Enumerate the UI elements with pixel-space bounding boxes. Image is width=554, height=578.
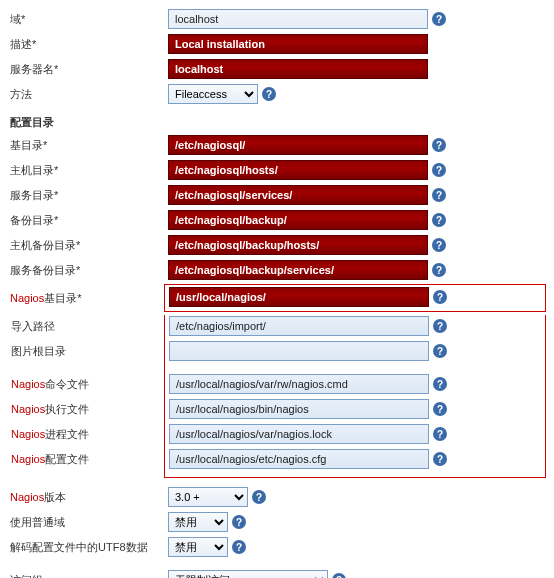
import-path-label: 导入路径 [9,319,169,334]
service-backup-dir-value: /etc/nagiosql/backup/services/ [168,260,428,280]
nagios-cfg-value[interactable]: /usr/local/nagios/etc/nagios.cfg [169,449,429,469]
method-select[interactable]: Fileaccess [168,84,258,104]
utf8-decode-label: 解码配置文件中的UTF8数据 [8,540,168,555]
nagios-version-label: Nagios版本 [8,490,168,505]
host-dir-value: /etc/nagiosql/hosts/ [168,160,428,180]
utf8-decode-select[interactable]: 禁用 [168,537,228,557]
picture-root-value[interactable] [169,341,429,361]
host-dir-label: 主机目录* [8,163,168,178]
nagios-version-select[interactable]: 3.0 + [168,487,248,507]
config-dir-heading: 配置目录 [10,115,546,130]
help-icon[interactable]: ? [432,138,446,152]
help-icon[interactable]: ? [433,427,447,441]
help-icon[interactable]: ? [432,163,446,177]
host-backup-dir-value: /etc/nagiosql/backup/hosts/ [168,235,428,255]
help-icon[interactable]: ? [432,213,446,227]
picture-root-label: 图片根目录 [9,344,169,359]
help-icon[interactable]: ? [433,319,447,333]
help-icon[interactable]: ? [432,188,446,202]
nagios-exec-value[interactable]: /usr/local/nagios/bin/nagios [169,399,429,419]
service-dir-value: /etc/nagiosql/services/ [168,185,428,205]
domain-label: 域* [8,12,168,27]
base-dir-label: 基目录* [8,138,168,153]
host-backup-dir-label: 主机备份目录* [8,238,168,253]
service-backup-dir-label: 服务备份目录* [8,263,168,278]
help-icon[interactable]: ? [232,515,246,529]
base-dir-value: /etc/nagiosql/ [168,135,428,155]
nagios-proc-label: Nagios进程文件 [9,427,169,442]
nagios-cfg-label: Nagios配置文件 [9,452,169,467]
help-icon[interactable]: ? [232,540,246,554]
help-icon[interactable]: ? [433,344,447,358]
nagios-proc-value[interactable]: /usr/local/nagios/var/nagios.lock [169,424,429,444]
help-icon[interactable]: ? [432,263,446,277]
help-icon[interactable]: ? [252,490,266,504]
help-icon[interactable]: ? [433,290,447,304]
desc-value: Local installation [168,34,428,54]
domain-input[interactable] [168,9,428,29]
common-domain-select[interactable]: 禁用 [168,512,228,532]
help-icon[interactable]: ? [433,402,447,416]
desc-label: 描述* [8,37,168,52]
common-domain-label: 使用普通域 [8,515,168,530]
nagios-exec-label: Nagios执行文件 [9,402,169,417]
import-path-value[interactable]: /etc/nagios/import/ [169,316,429,336]
help-icon[interactable]: ? [262,87,276,101]
server-value: localhost [168,59,428,79]
help-icon[interactable]: ? [332,573,346,578]
help-icon[interactable]: ? [433,377,447,391]
help-icon[interactable]: ? [433,452,447,466]
method-label: 方法 [8,87,168,102]
server-label: 服务器名* [8,62,168,77]
help-icon[interactable]: ? [432,12,446,26]
service-dir-label: 服务目录* [8,188,168,203]
nagios-cmd-label: Nagios命令文件 [9,377,169,392]
access-group-label: 访问组 [8,573,168,579]
nagios-base-dir-value: /usr/local/nagios/ [169,287,429,307]
backup-dir-label: 备份目录* [8,213,168,228]
nagios-base-dir-label: Nagios基目录* [8,291,168,306]
nagios-cmd-value[interactable]: /usr/local/nagios/var/rw/nagios.cmd [169,374,429,394]
help-icon[interactable]: ? [432,238,446,252]
access-group-select[interactable]: 无限制访问 [168,570,328,578]
backup-dir-value: /etc/nagiosql/backup/ [168,210,428,230]
